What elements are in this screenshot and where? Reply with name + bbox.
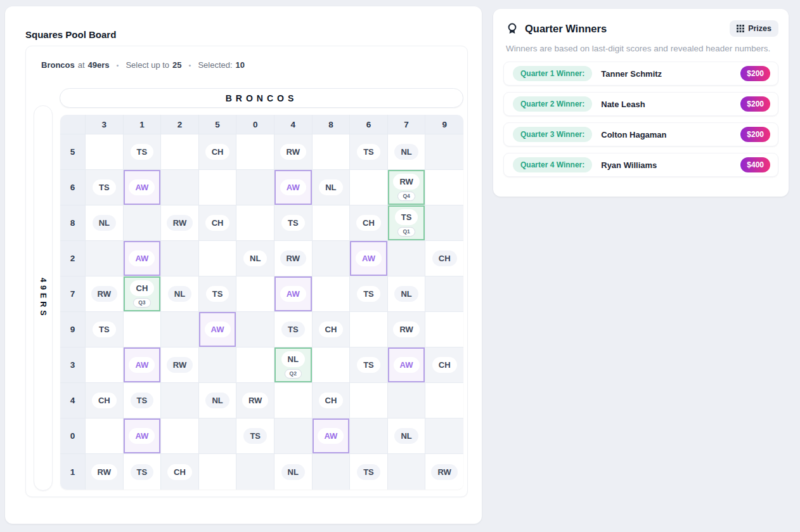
square-cell[interactable] [425,134,463,170]
square-cell[interactable]: CH [313,383,351,418]
square-cell[interactable]: TS [124,454,162,490]
square-cell[interactable] [124,312,162,347]
square-cell[interactable]: RW [388,312,426,347]
square-cell[interactable]: AW [274,276,313,312]
square-cell[interactable] [236,347,274,383]
square-cell[interactable]: AW [199,312,237,347]
square-cell[interactable]: TS [86,170,124,205]
square-cell[interactable]: TS [350,454,388,490]
square-cell[interactable]: NL [388,134,426,170]
square-cell[interactable] [236,170,274,205]
square-cell[interactable] [313,205,351,241]
square-cell[interactable] [161,383,199,418]
square-cell[interactable] [425,205,463,241]
square-cell[interactable]: AW [388,347,426,383]
square-cell[interactable] [313,276,351,312]
square-cell[interactable] [350,418,388,454]
square-cell[interactable]: RW [86,454,124,490]
square-cell[interactable]: AW [124,418,162,454]
square-cell[interactable]: NL [161,276,199,312]
square-cell[interactable]: RW [161,347,199,383]
square-cell[interactable]: NL [388,276,426,312]
square-cell[interactable]: TS [350,276,388,312]
square-cell[interactable] [236,276,274,312]
square-cell[interactable]: AW [124,347,162,383]
square-cell[interactable]: RWQ4 [388,170,426,205]
square-cell[interactable]: TS [236,418,274,454]
square-cell[interactable] [199,241,237,276]
square-cell[interactable]: TS [199,276,237,312]
square-cell[interactable]: NL [199,383,237,418]
square-cell[interactable]: RW [161,205,199,241]
square-cell[interactable]: CHQ3 [124,276,162,312]
prizes-button[interactable]: Prizes [730,20,778,37]
square-cell[interactable]: TS [274,205,313,241]
square-cell[interactable]: AW [274,170,313,205]
square-cell[interactable] [161,241,199,276]
square-cell[interactable]: CH [425,241,463,276]
square-cell[interactable] [425,418,463,454]
square-cell[interactable] [161,170,199,205]
square-cell[interactable] [388,241,426,276]
square-cell[interactable]: NL [274,454,313,490]
square-cell[interactable]: NL [313,170,351,205]
square-cell[interactable] [236,312,274,347]
square-cell[interactable] [86,241,124,276]
square-cell[interactable] [236,205,274,241]
square-cell[interactable]: NL [388,418,426,454]
square-cell[interactable] [236,454,274,490]
square-cell[interactable]: NL [236,241,274,276]
square-cell[interactable]: CH [161,454,199,490]
square-cell[interactable] [86,134,124,170]
square-cell[interactable] [388,383,426,418]
square-cell[interactable]: AW [350,241,388,276]
square-cell[interactable] [350,383,388,418]
square-cell[interactable] [124,205,162,241]
square-cell[interactable]: TSQ1 [388,205,426,241]
square-cell[interactable]: TS [124,134,162,170]
square-cell[interactable]: RW [236,383,274,418]
square-cell[interactable] [86,418,124,454]
square-cell[interactable]: CH [350,205,388,241]
square-cell[interactable] [161,418,199,454]
square-cell[interactable]: TS [274,312,313,347]
square-cell[interactable] [425,170,463,205]
square-cell[interactable] [199,170,237,205]
square-cell[interactable]: RW [274,134,313,170]
square-cell[interactable]: RW [425,454,463,490]
square-cell[interactable] [199,418,237,454]
square-cell[interactable] [161,134,199,170]
square-cell[interactable]: CH [199,134,237,170]
square-cell[interactable]: TS [86,312,124,347]
square-cell[interactable] [199,347,237,383]
square-cell[interactable] [388,454,426,490]
square-cell[interactable]: TS [124,383,162,418]
square-cell[interactable] [313,134,351,170]
square-cell[interactable] [274,383,313,418]
square-cell[interactable]: AW [124,241,162,276]
square-cell[interactable] [350,170,388,205]
square-cell[interactable]: NL [86,205,124,241]
square-cell[interactable] [161,312,199,347]
square-cell[interactable] [313,454,351,490]
square-cell[interactable]: TS [350,347,388,383]
square-cell[interactable] [236,134,274,170]
square-cell[interactable]: CH [425,347,463,383]
square-cell[interactable]: CH [86,383,124,418]
square-cell[interactable] [274,418,313,454]
square-cell[interactable]: CH [199,205,237,241]
square-cell[interactable] [350,312,388,347]
square-cell[interactable] [425,276,463,312]
square-cell[interactable]: CH [313,312,351,347]
square-cell[interactable]: AW [124,170,162,205]
square-cell[interactable] [425,312,463,347]
square-cell[interactable] [313,241,351,276]
square-cell[interactable] [199,454,237,490]
square-cell[interactable]: RW [274,241,313,276]
square-cell[interactable] [425,383,463,418]
square-cell[interactable]: TS [350,134,388,170]
square-cell[interactable]: AW [313,418,351,454]
square-cell[interactable] [86,347,124,383]
square-cell[interactable]: RW [86,276,124,312]
square-cell[interactable]: NLQ2 [274,347,313,383]
